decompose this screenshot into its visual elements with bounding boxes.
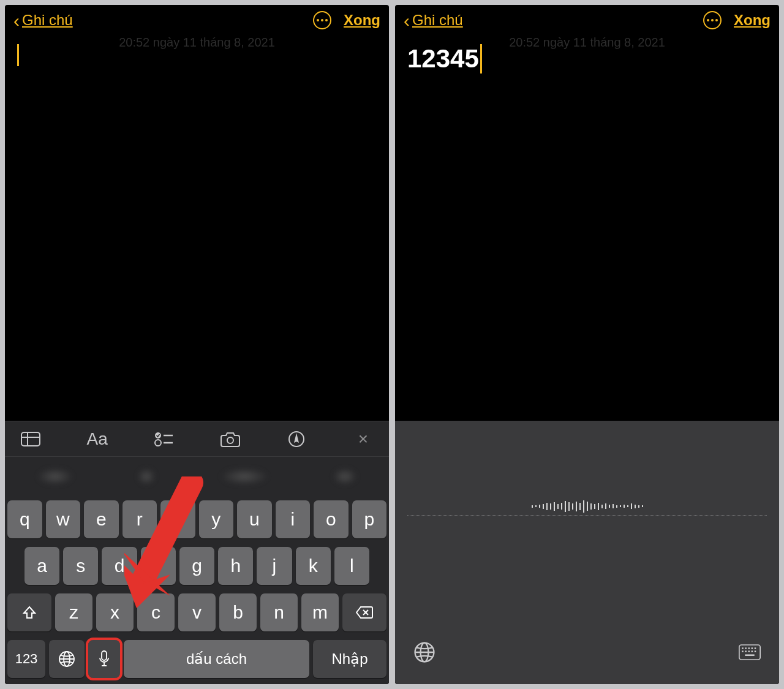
key-r[interactable]: r (123, 500, 157, 538)
formatting-toolbar: Aa × (5, 421, 389, 456)
voice-waveform (395, 421, 779, 592)
key-d[interactable]: d (102, 547, 137, 585)
note-content-area[interactable]: 12345 (395, 36, 779, 421)
suggestion-blurred[interactable] (37, 468, 74, 485)
microphone-key[interactable] (88, 640, 120, 678)
key-f[interactable]: f (141, 547, 176, 585)
keyboard-row-1: q w e r t y u i o p (7, 500, 386, 538)
key-t[interactable]: t (160, 500, 195, 538)
key-v[interactable]: v (178, 593, 216, 631)
suggestion-blurred[interactable] (333, 468, 357, 485)
key-p[interactable]: p (352, 500, 387, 538)
keyboard-row-2: a s d f g h j k l (7, 547, 386, 585)
chevron-left-icon: ‹ (13, 14, 20, 27)
chevron-left-icon: ‹ (404, 14, 410, 27)
back-button[interactable]: ‹ Ghi chú (404, 12, 463, 29)
keyboard-icon[interactable] (739, 641, 761, 666)
suggestion-bar (5, 456, 389, 495)
left-screenshot: ‹ Ghi chú Xong 20:52 ngày 11 tháng 8, 20… (5, 5, 389, 684)
svg-rect-27 (745, 650, 747, 652)
checklist-icon[interactable] (151, 432, 176, 446)
table-icon[interactable] (18, 432, 43, 446)
key-h[interactable]: h (218, 547, 253, 585)
svg-rect-29 (752, 650, 753, 652)
svg-rect-24 (752, 647, 753, 649)
marker-icon[interactable] (284, 431, 309, 448)
navigation-bar: ‹ Ghi chú Xong (5, 5, 389, 36)
note-text: 12345 (407, 44, 479, 73)
key-s[interactable]: s (63, 547, 98, 585)
globe-icon[interactable] (413, 641, 435, 666)
svg-rect-23 (748, 647, 750, 649)
key-g[interactable]: g (179, 547, 214, 585)
space-key[interactable]: dấu cách (124, 640, 309, 678)
svg-rect-25 (755, 647, 756, 649)
svg-rect-21 (742, 647, 744, 649)
keyboard-row-3: z x c v b n m (7, 593, 386, 631)
more-options-icon[interactable] (313, 11, 331, 29)
text-cursor (17, 44, 19, 66)
key-a[interactable]: a (24, 547, 59, 585)
voice-dictation-panel (395, 421, 779, 684)
svg-rect-30 (755, 650, 756, 652)
globe-key[interactable] (49, 640, 85, 678)
text-format-icon[interactable]: Aa (85, 429, 110, 449)
svg-rect-31 (745, 654, 754, 656)
key-n[interactable]: n (260, 593, 298, 631)
key-u[interactable]: u (237, 500, 272, 538)
key-j[interactable]: j (257, 547, 292, 585)
key-e[interactable]: e (84, 500, 119, 538)
svg-point-7 (227, 437, 233, 443)
backspace-key[interactable] (342, 593, 386, 631)
key-i[interactable]: i (276, 500, 311, 538)
svg-rect-28 (748, 650, 750, 652)
suggestion-blurred[interactable] (220, 468, 269, 485)
done-button[interactable]: Xong (344, 12, 380, 29)
svg-rect-22 (745, 647, 747, 649)
annotation-highlight (86, 638, 123, 680)
camera-icon[interactable] (218, 431, 243, 447)
close-toolbar-icon[interactable]: × (351, 429, 375, 449)
text-cursor (480, 44, 482, 73)
right-screenshot: ‹ Ghi chú Xong 20:52 ngày 11 tháng 8, 20… (395, 5, 779, 684)
svg-point-5 (155, 440, 161, 446)
svg-rect-0 (21, 432, 40, 446)
more-options-icon[interactable] (703, 11, 722, 29)
back-label: Ghi chú (412, 12, 463, 29)
shift-key[interactable] (7, 593, 51, 631)
key-l[interactable]: l (334, 547, 369, 585)
navigation-bar: ‹ Ghi chú Xong (395, 5, 779, 36)
key-k[interactable]: k (296, 547, 331, 585)
key-w[interactable]: w (46, 500, 81, 538)
key-b[interactable]: b (219, 593, 257, 631)
key-x[interactable]: x (96, 593, 134, 631)
svg-rect-26 (742, 650, 744, 652)
keyboard-row-function: 123 dấu cách Nhập (7, 640, 386, 678)
suggestion-blurred[interactable] (137, 468, 156, 485)
back-label: Ghi chú (22, 12, 73, 29)
key-z[interactable]: z (55, 593, 92, 631)
key-y[interactable]: y (199, 500, 234, 538)
svg-point-3 (155, 432, 161, 439)
keyboard: q w e r t y u i o p a s d f g h j k l z (5, 495, 389, 684)
key-m[interactable]: m (301, 593, 339, 631)
done-button[interactable]: Xong (734, 12, 771, 29)
note-content-area[interactable] (5, 36, 389, 421)
key-o[interactable]: o (314, 500, 349, 538)
return-key[interactable]: Nhập (313, 640, 386, 678)
key-q[interactable]: q (7, 500, 42, 538)
back-button[interactable]: ‹ Ghi chú (13, 12, 73, 29)
numbers-key[interactable]: 123 (7, 640, 45, 678)
key-c[interactable]: c (137, 593, 175, 631)
